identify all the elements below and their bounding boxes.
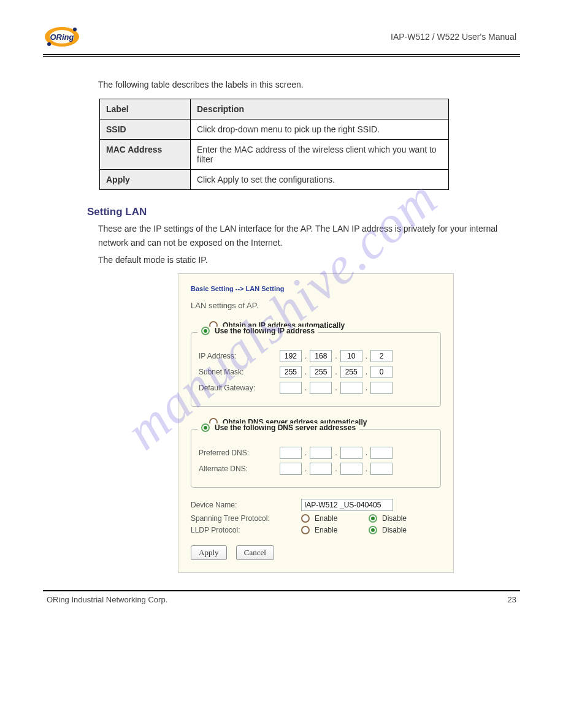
pdns-octet-4[interactable] [370,447,393,459]
lldp-disable-option[interactable]: Disable [369,526,436,534]
lldp-label: LLDP Protocol: [191,526,301,534]
adns-octet-3[interactable] [340,463,362,475]
cell-desc: Enter the MAC address of the wireless cl… [191,140,449,170]
stp-disable-option[interactable]: Disable [369,514,436,523]
dns-manual-label: Use the following DNS server addresses [215,423,356,432]
section-paragraph: These are the IP settings of the LAN int… [98,222,520,249]
disable-label: Disable [382,526,407,534]
cell-label: Apply [100,170,191,190]
intro-text: The following table describes the labels… [98,78,520,91]
footer-rule [43,590,520,591]
ip-octet-3[interactable] [340,350,362,362]
page-header-title: IAP-W512 / W522 User's Manual [391,32,520,42]
svg-point-3 [47,42,51,46]
ip-address-label: IP Address: [199,352,280,360]
cell-label: MAC Address [100,140,191,170]
radio-icon [369,514,377,523]
label-description-table: Label Description SSID Click drop-down m… [99,99,449,190]
table-head-desc: Description [191,99,449,119]
header-rule [43,54,520,55]
footer-left: ORing Industrial Networking Corp. [47,595,167,604]
gw-octet-4[interactable] [370,382,393,394]
radio-icon [301,526,310,534]
svg-text:ORing: ORing [50,32,74,42]
adns-octet-4[interactable] [370,463,393,475]
radio-icon [369,526,377,534]
mask-octet-2[interactable] [310,366,332,378]
ip-manual-label: Use the following IP address [215,327,315,335]
footer-right: 23 [508,595,516,604]
cancel-button[interactable]: Cancel [236,545,274,560]
preferred-dns-label: Preferred DNS: [199,449,280,457]
adns-octet-2[interactable] [310,463,332,475]
subnet-mask-label: Subnet Mask: [199,368,280,376]
gw-octet-1[interactable] [280,382,302,394]
mask-octet-4[interactable] [370,366,393,378]
enable-label: Enable [315,514,337,523]
adns-octet-1[interactable] [280,463,302,475]
ip-manual-option[interactable]: Use the following IP address [197,327,318,335]
table-row: Apply Click Apply to set the configurati… [100,170,449,190]
dns-manual-option[interactable]: Use the following DNS server addresses [197,423,359,432]
table-row: SSID Click drop-down menu to pick up the… [100,119,449,140]
table-row: MAC Address Enter the MAC address of the… [100,140,449,170]
pdns-octet-2[interactable] [310,447,332,459]
cell-desc: Click drop-down menu to pick up the righ… [191,119,449,140]
pdns-octet-1[interactable] [280,447,302,459]
mask-octet-3[interactable] [340,366,362,378]
ip-manual-fieldset: Use the following IP address IP Address:… [191,332,441,407]
lan-settings-panel: Basic Setting --> LAN Setting LAN settin… [178,273,454,573]
ip-octet-1[interactable] [280,350,302,362]
stp-label: Spanning Tree Protocol: [191,514,301,523]
apply-button[interactable]: Apply [191,545,227,560]
radio-icon [201,327,210,335]
mask-octet-1[interactable] [280,366,302,378]
gw-octet-3[interactable] [340,382,362,394]
panel-subtitle: LAN settings of AP. [191,301,441,310]
ip-octet-2[interactable] [310,350,332,362]
brand-logo: ORing [43,25,81,49]
gw-octet-2[interactable] [310,382,332,394]
pdns-octet-3[interactable] [340,447,362,459]
section-paragraph: The default mode is static IP. [98,253,520,267]
dns-manual-fieldset: Use the following DNS server addresses P… [191,429,441,488]
disable-label: Disable [382,514,407,523]
enable-label: Enable [315,526,337,534]
svg-point-2 [73,28,77,31]
header-rule-thin [43,56,520,57]
device-name-input[interactable] [301,499,393,511]
section-heading: Setting LAN [87,206,520,218]
device-name-label: Device Name: [191,501,301,509]
radio-icon [201,423,210,432]
table-head-label: Label [100,99,191,119]
cell-desc: Click Apply to set the configurations. [191,170,449,190]
stp-enable-option[interactable]: Enable [301,514,369,523]
cell-label: SSID [100,119,191,140]
ip-octet-4[interactable] [370,350,393,362]
breadcrumb: Basic Setting --> LAN Setting [191,285,441,292]
default-gateway-label: Default Gateway: [199,384,280,392]
alternate-dns-label: Alternate DNS: [199,464,280,473]
radio-icon [301,514,310,523]
lldp-enable-option[interactable]: Enable [301,526,369,534]
